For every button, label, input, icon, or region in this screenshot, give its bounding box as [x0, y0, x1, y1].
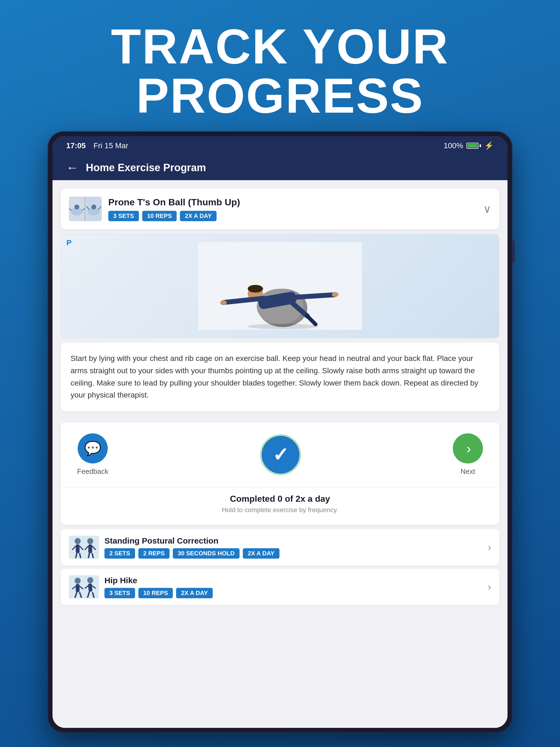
list-item-2-chevron: › [488, 581, 491, 593]
list-badges-2: 3 SETS 10 REPS 2X A DAY [104, 588, 213, 598]
list-item-1[interactable]: Standing Postural Correction 2 SETS 2 RE… [61, 529, 499, 565]
list-badge-1-hold: 30 SECONDS HOLD [173, 548, 239, 559]
list-item-1-chevron: › [488, 542, 491, 553]
hero-title: TRACK YOUR PROGRESS [27, 22, 533, 120]
checkmark-icon: ✓ [273, 443, 289, 466]
device-screen: 17:05 Fri 15 Mar 100% ⚡ ← Hom [52, 136, 508, 728]
svg-line-19 [291, 295, 335, 298]
video-player[interactable]: P [61, 234, 499, 338]
badge-frequency: 2X A DAY [180, 211, 217, 221]
exercise-collapse-icon[interactable]: ∨ [483, 203, 491, 215]
list-item-2-left: Hip Hike 3 SETS 10 REPS 2X A DAY [69, 575, 213, 598]
battery-tip [480, 145, 481, 147]
battery-percentage: 100% [443, 141, 463, 150]
completion-title: Completed 0 of 2x a day [77, 494, 483, 504]
svg-rect-32 [88, 544, 92, 553]
charging-icon: ⚡ [484, 141, 494, 150]
svg-rect-39 [76, 584, 80, 592]
nav-bar: ← Home Exercise Program [52, 155, 508, 180]
exercise-info: Prone T's On Ball (Thumb Up) 3 SETS 10 R… [108, 197, 240, 221]
list-badge-1-freq: 2X A DAY [243, 548, 279, 559]
video-watermark: P [67, 238, 72, 247]
back-button[interactable]: ← [66, 162, 78, 174]
chat-icon: 💬 [84, 440, 101, 456]
action-completion-wrapper: 💬 Feedback ✓ [61, 422, 499, 525]
list-item-2[interactable]: Hip Hike 3 SETS 10 REPS 2X A DAY › [61, 569, 499, 605]
section-divider [61, 417, 499, 417]
list-badge-2-reps: 10 REPS [138, 588, 173, 598]
badge-reps: 10 REPS [142, 211, 177, 221]
battery-body [466, 143, 479, 149]
feedback-button[interactable]: 💬 Feedback [77, 433, 108, 476]
svg-point-8 [91, 205, 96, 209]
status-right: 100% ⚡ [443, 141, 494, 150]
complete-button[interactable]: ✓ [260, 434, 301, 475]
list-exercise-name-2: Hip Hike [104, 576, 213, 585]
next-icon-circle: › [453, 433, 483, 463]
feedback-icon-circle: 💬 [78, 433, 108, 463]
exercise-description: Start by lying with your chest and rib c… [71, 353, 489, 402]
list-thumb-1-svg [69, 536, 99, 559]
list-exercise-name-1: Standing Postural Correction [104, 536, 279, 545]
list-info-1: Standing Postural Correction 2 SETS 2 RE… [104, 536, 279, 559]
exercise-header: Prone T's On Ball (Thumb Up) 3 SETS 10 R… [69, 197, 491, 221]
svg-rect-45 [88, 584, 93, 592]
status-bar: 17:05 Fri 15 Mar 100% ⚡ [52, 136, 508, 155]
list-thumbnail-1 [69, 536, 99, 559]
svg-point-18 [220, 300, 227, 305]
svg-point-31 [87, 538, 93, 544]
svg-point-16 [248, 285, 263, 292]
device-container: 17:05 Fri 15 Mar 100% ⚡ ← Hom [48, 131, 512, 733]
battery-icon [466, 143, 481, 149]
battery-fill [467, 144, 478, 148]
exercise-animation-svg [198, 242, 362, 330]
svg-point-20 [332, 292, 338, 297]
svg-point-23 [247, 324, 318, 329]
next-button[interactable]: › Next [453, 433, 483, 476]
svg-point-25 [75, 538, 81, 544]
list-badge-2-sets: 3 SETS [104, 588, 135, 598]
status-date: Fri 15 Mar [94, 141, 128, 150]
next-arrow-icon: › [466, 440, 471, 456]
svg-point-44 [87, 577, 93, 583]
nav-title: Home Exercise Program [86, 162, 206, 174]
exercise-thumbnail [69, 197, 102, 221]
list-badges-1: 2 SETS 2 REPS 30 SECONDS HOLD 2X A DAY [104, 548, 279, 559]
exercise-badges: 3 SETS 10 REPS 2X A DAY [108, 211, 240, 221]
svg-rect-26 [76, 544, 80, 553]
action-row: 💬 Feedback ✓ [61, 422, 499, 487]
exercise-header-left: Prone T's On Ball (Thumb Up) 3 SETS 10 R… [69, 197, 240, 221]
complete-ring[interactable]: ✓ [260, 434, 301, 475]
list-badge-2-freq: 2X A DAY [176, 588, 213, 598]
video-area[interactable]: P [61, 234, 499, 338]
device-frame: 17:05 Fri 15 Mar 100% ⚡ ← Hom [48, 131, 512, 733]
exercise-header-card: Prone T's On Ball (Thumb Up) 3 SETS 10 R… [61, 188, 499, 229]
badge-sets: 3 SETS [108, 211, 139, 221]
list-badge-1-sets: 2 SETS [104, 548, 135, 559]
svg-rect-24 [69, 536, 99, 559]
exercise-name: Prone T's On Ball (Thumb Up) [108, 197, 240, 208]
list-badge-1-reps: 2 REPS [138, 548, 170, 559]
description-card: Start by lying with your chest and rib c… [61, 343, 499, 411]
content-area[interactable]: Prone T's On Ball (Thumb Up) 3 SETS 10 R… [52, 180, 508, 728]
completion-subtitle: Hold to complete exercise by frequency. [77, 506, 483, 514]
status-time: 17:05 [66, 141, 86, 150]
completion-info: Completed 0 of 2x a day Hold to complete… [61, 491, 499, 525]
svg-point-4 [74, 205, 79, 209]
svg-point-38 [75, 578, 81, 584]
feedback-label: Feedback [77, 467, 108, 476]
list-info-2: Hip Hike 3 SETS 10 REPS 2X A DAY [104, 576, 213, 598]
list-item-1-left: Standing Postural Correction 2 SETS 2 RE… [69, 536, 279, 559]
next-label: Next [460, 467, 475, 476]
list-thumb-2-svg [69, 575, 99, 598]
list-thumbnail-2 [69, 575, 99, 598]
thumbnail-svg [69, 197, 102, 221]
